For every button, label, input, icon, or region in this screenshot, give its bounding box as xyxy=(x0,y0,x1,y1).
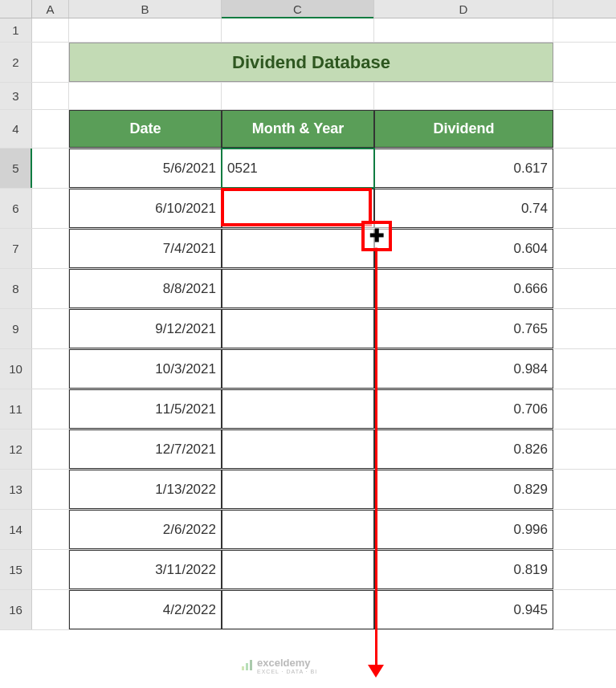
cell-a7[interactable] xyxy=(32,229,69,268)
spreadsheet-grid: A B C D 1 2 Dividend Database 3 4 Date M… xyxy=(0,0,616,630)
cell-c11[interactable] xyxy=(222,389,374,429)
cell-b7[interactable]: 7/4/2021 xyxy=(69,229,222,268)
row-header-12[interactable]: 12 xyxy=(0,429,32,469)
column-header-a[interactable]: A xyxy=(32,0,69,18)
cell-c7[interactable] xyxy=(222,229,374,268)
header-monthyear[interactable]: Month & Year xyxy=(222,110,374,148)
cell-c15[interactable] xyxy=(222,550,374,589)
cell-b12[interactable]: 12/7/2021 xyxy=(69,429,222,469)
cell-c10[interactable] xyxy=(222,349,374,389)
cell-c6[interactable] xyxy=(222,189,374,228)
cell-c3[interactable] xyxy=(222,83,374,109)
row-header-6[interactable]: 6 xyxy=(0,189,32,228)
header-date[interactable]: Date xyxy=(69,110,222,148)
row-header-8[interactable]: 8 xyxy=(0,269,32,308)
cell-d13[interactable]: 0.829 xyxy=(374,470,553,509)
row-15: 15 3/11/2022 0.819 xyxy=(0,550,616,590)
cell-b5[interactable]: 5/6/2021 xyxy=(69,149,222,188)
cell-d8[interactable]: 0.666 xyxy=(374,269,553,308)
cell-d9[interactable]: 0.765 xyxy=(374,309,553,348)
cell-a13[interactable] xyxy=(32,470,69,509)
cell-a1[interactable] xyxy=(32,18,69,42)
row-7: 7 7/4/2021 0.604 xyxy=(0,229,616,269)
row-header-10[interactable]: 10 xyxy=(0,349,32,389)
cell-b3[interactable] xyxy=(69,83,222,109)
cell-d11[interactable]: 0.706 xyxy=(374,389,553,429)
cell-d5[interactable]: 0.617 xyxy=(374,149,553,188)
watermark-text: exceldemy xyxy=(257,657,317,669)
cell-a16[interactable] xyxy=(32,590,69,629)
row-header-14[interactable]: 14 xyxy=(0,510,32,549)
cell-a3[interactable] xyxy=(32,83,69,109)
row-header-7[interactable]: 7 xyxy=(0,229,32,268)
cell-b13[interactable]: 1/13/2022 xyxy=(69,470,222,509)
cell-c8[interactable] xyxy=(222,269,374,308)
cell-b15[interactable]: 3/11/2022 xyxy=(69,550,222,589)
watermark-sub: EXCEL · DATA · BI xyxy=(257,669,317,674)
cell-d7[interactable]: 0.604 xyxy=(374,229,553,268)
cell-a14[interactable] xyxy=(32,510,69,549)
row-14: 14 2/6/2022 0.996 xyxy=(0,510,616,550)
cell-a12[interactable] xyxy=(32,429,69,469)
cell-c16[interactable] xyxy=(222,590,374,629)
cell-a5[interactable] xyxy=(32,149,69,188)
svg-rect-0 xyxy=(242,666,244,670)
cell-d10[interactable]: 0.984 xyxy=(374,349,553,389)
annotation-arrow-head xyxy=(368,665,384,678)
column-header-b[interactable]: B xyxy=(69,0,222,18)
row-header-13[interactable]: 13 xyxy=(0,470,32,509)
row-header-5[interactable]: 5 xyxy=(0,149,32,188)
cell-c12[interactable] xyxy=(222,429,374,469)
cell-d15[interactable]: 0.819 xyxy=(374,550,553,589)
cell-a9[interactable] xyxy=(32,309,69,348)
cell-d6[interactable]: 0.74 xyxy=(374,189,553,228)
row-16: 16 4/2/2022 0.945 xyxy=(0,590,616,630)
row-1: 1 xyxy=(0,18,616,43)
row-header-1[interactable]: 1 xyxy=(0,18,32,42)
cell-c1[interactable] xyxy=(222,18,374,42)
cell-a8[interactable] xyxy=(32,269,69,308)
row-header-2[interactable]: 2 xyxy=(0,43,32,82)
cell-a6[interactable] xyxy=(32,189,69,228)
cell-a10[interactable] xyxy=(32,349,69,389)
row-header-11[interactable]: 11 xyxy=(0,389,32,429)
cell-a2[interactable] xyxy=(32,43,69,82)
cell-d3[interactable] xyxy=(374,83,553,109)
column-header-d[interactable]: D xyxy=(374,0,553,18)
cell-b14[interactable]: 2/6/2022 xyxy=(69,510,222,549)
row-header-4[interactable]: 4 xyxy=(0,110,32,148)
cell-a11[interactable] xyxy=(32,389,69,429)
cell-c9[interactable] xyxy=(222,309,374,348)
cell-c13[interactable] xyxy=(222,470,374,509)
row-4: 4 Date Month & Year Dividend xyxy=(0,110,616,149)
cell-a15[interactable] xyxy=(32,550,69,589)
cell-c5[interactable]: 0521 xyxy=(222,149,374,188)
cell-b10[interactable]: 10/3/2021 xyxy=(69,349,222,389)
row-header-3[interactable]: 3 xyxy=(0,83,32,109)
cell-b11[interactable]: 11/5/2021 xyxy=(69,389,222,429)
cell-b1[interactable] xyxy=(69,18,222,42)
cell-b9[interactable]: 9/12/2021 xyxy=(69,309,222,348)
cell-d1[interactable] xyxy=(374,18,553,42)
column-header-row: A B C D xyxy=(0,0,616,18)
cell-a4[interactable] xyxy=(32,110,69,148)
watermark: exceldemy EXCEL · DATA · BI xyxy=(241,657,317,674)
annotation-arrow-line xyxy=(375,247,377,667)
row-header-16[interactable]: 16 xyxy=(0,590,32,629)
column-header-c[interactable]: C xyxy=(222,0,374,18)
select-all-corner[interactable] xyxy=(0,0,32,18)
cell-d14[interactable]: 0.996 xyxy=(374,510,553,549)
chart-icon xyxy=(241,659,254,672)
cell-b6[interactable]: 6/10/2021 xyxy=(69,189,222,228)
row-5: 5 5/6/2021 0521 0.617 xyxy=(0,149,616,189)
cell-d12[interactable]: 0.826 xyxy=(374,429,553,469)
header-dividend[interactable]: Dividend xyxy=(374,110,553,148)
row-header-15[interactable]: 15 xyxy=(0,550,32,589)
cell-b8[interactable]: 8/8/2021 xyxy=(69,269,222,308)
cell-b16[interactable]: 4/2/2022 xyxy=(69,590,222,629)
cell-d16[interactable]: 0.945 xyxy=(374,590,553,629)
title-cell[interactable]: Dividend Database xyxy=(69,43,553,82)
cell-c14[interactable] xyxy=(222,510,374,549)
row-header-9[interactable]: 9 xyxy=(0,309,32,348)
row-13: 13 1/13/2022 0.829 xyxy=(0,470,616,510)
